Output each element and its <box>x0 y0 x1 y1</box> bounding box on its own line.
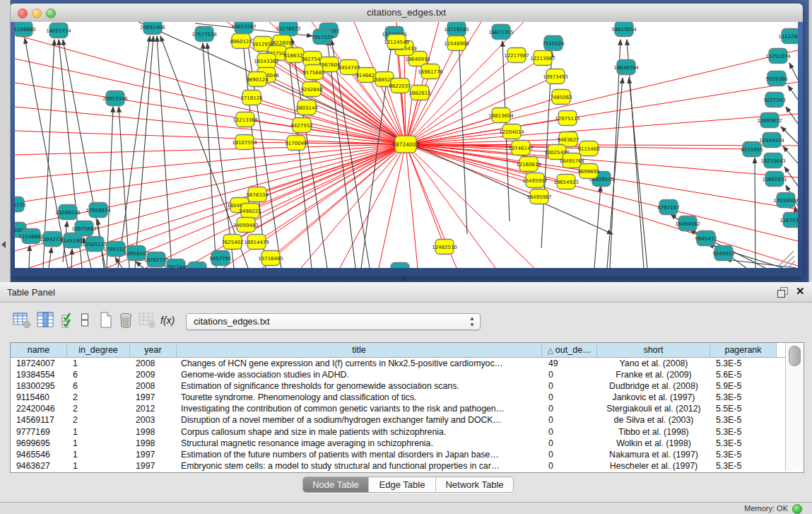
graph-node[interactable]: 6797197 <box>657 200 679 215</box>
graph-node[interactable]: 7957224 <box>311 30 334 45</box>
table-mode-button[interactable] <box>13 312 31 329</box>
graph-node[interactable]: 9329366 <box>765 71 788 86</box>
graph-node-selected[interactable]: 5878334 <box>246 187 269 202</box>
table-row[interactable]: 1456911722003Disruption of a novel membe… <box>11 414 785 426</box>
column-header-out_de…[interactable]: △out_de… <box>542 343 597 358</box>
graph-node[interactable]: 58813054 <box>611 22 637 37</box>
graph-node[interactable]: 15276072 <box>276 22 301 36</box>
column-header-year[interactable]: year <box>130 343 177 358</box>
graph-node-selected[interactable]: 12204014 <box>499 124 524 139</box>
graph-node[interactable]: 12923448 <box>184 262 210 269</box>
delete-column-button[interactable] <box>118 312 134 329</box>
graph-node-selected[interactable]: 11548908 <box>444 36 469 51</box>
graph-node-selected[interactable]: 18107554 <box>232 135 257 150</box>
graph-node-selected[interactable]: 9170046 <box>285 136 307 151</box>
graph-node-selected[interactable]: 10973493 <box>543 69 568 84</box>
graph-node-selected[interactable]: 2803144 <box>295 100 318 115</box>
graph-node-selected[interactable]: 9242848 <box>300 82 322 97</box>
graph-node-selected[interactable]: 15716485 <box>258 251 283 266</box>
citation-network-graph[interactable]: 1115688014055724206914061757753810653267… <box>15 22 798 268</box>
window-titlebar[interactable]: citations_edges.txt <box>10 4 803 23</box>
table-row[interactable]: 2242004622012Investigating the contribut… <box>11 403 785 414</box>
table-row[interactable]: 977716911998Corpus callosum shape and si… <box>11 426 785 438</box>
graph-node-selected[interactable]: 15495957 <box>522 173 548 188</box>
graph-node[interactable]: 11156880 <box>15 22 36 37</box>
graph-node[interactable]: 9245012 <box>712 246 734 261</box>
graph-node[interactable]: 9945412 <box>695 231 717 246</box>
column-header-name[interactable]: name <box>11 343 67 358</box>
graph-node-selected[interactable]: 16813604 <box>488 108 514 123</box>
table-select-combobox[interactable]: citations_edges.txt ▲▼ <box>186 313 481 330</box>
table-row[interactable]: 1830029562008Estimation of significance … <box>11 380 785 392</box>
panel-collapse-handle[interactable] <box>1 241 6 248</box>
column-header-title[interactable]: title <box>177 343 542 358</box>
graph-node-selected[interactable]: 10746147 <box>508 141 534 156</box>
graph-node[interactable]: 16210643 <box>760 153 786 168</box>
graph-node-selected[interactable]: 18495967 <box>526 189 552 204</box>
network-canvas[interactable]: 1115688014055724206914061757753810653267… <box>15 22 798 268</box>
graph-node[interactable]: 10653267 <box>231 22 257 34</box>
graph-node[interactable]: 9457791 <box>209 251 231 266</box>
graph-node[interactable]: 20206526 <box>55 205 81 220</box>
table-row[interactable]: 911546021997Tourette syndrome. Phenomeno… <box>11 392 785 403</box>
graph-node-selected[interactable]: 12217987 <box>504 48 529 63</box>
vertical-scrollbar[interactable] <box>785 343 803 471</box>
graph-node[interactable]: 12444154 <box>759 133 784 148</box>
graph-node[interactable]: 11675333 <box>779 213 798 228</box>
graph-node-selected[interactable]: 9699695 <box>577 164 599 179</box>
graph-node-selected[interactable]: 2718126 <box>240 90 263 105</box>
graph-node[interactable]: 16648784 <box>613 60 639 75</box>
graph-node[interactable]: 16494562 <box>675 216 700 231</box>
graph-node-selected[interactable]: 12975115 <box>555 111 580 126</box>
graph-node-selected[interactable]: 16961776 <box>418 64 443 79</box>
resize-grip[interactable] <box>779 251 794 265</box>
graph-node-selected[interactable]: 9175685 <box>302 65 324 80</box>
graph-node-selected[interactable]: 9822037 <box>389 78 411 93</box>
column-header-in_degree[interactable]: in_degree <box>67 343 130 358</box>
column-header-short[interactable]: short <box>597 343 710 358</box>
table-row[interactable]: 946362711997Embryonic stem cells: a mode… <box>11 460 785 472</box>
graph-node[interactable]: 20953346 <box>102 91 128 106</box>
graph-node[interactable]: 20691406 <box>140 22 165 35</box>
graph-node-selected[interactable]: 8427552 <box>290 118 312 133</box>
show-columns-button[interactable] <box>37 312 55 329</box>
column-header-pagerank[interactable]: pagerank <box>710 343 777 358</box>
graph-node-selected[interactable]: 19654923 <box>553 175 579 189</box>
table-row[interactable]: 946554611997Estimation of the future num… <box>11 449 785 460</box>
graph-hub-node[interactable]: 18724007 <box>392 136 419 153</box>
graph-node-selected[interactable]: 16543362 <box>254 54 279 69</box>
graph-node[interactable]: 9227343 <box>763 93 785 107</box>
delete-table-button[interactable] <box>139 312 155 329</box>
split-pane-divider-handle[interactable] <box>401 278 405 281</box>
graph-node-selected[interactable]: 1862615 <box>408 86 430 100</box>
float-panel-button[interactable] <box>777 287 788 297</box>
graph-node-selected[interactable]: 9890124 <box>246 72 269 87</box>
graph-node[interactable]: 12093872 <box>757 113 782 128</box>
graph-node[interactable]: 17577538 <box>192 27 217 42</box>
graph-node-selected[interactable]: 12213967 <box>530 51 555 66</box>
graph-node-selected[interactable]: 16914479 <box>244 235 269 250</box>
graph-node[interactable]: 15692931 <box>762 172 787 187</box>
graph-node-selected[interactable]: 8960124 <box>230 34 252 49</box>
function-builder-button[interactable]: f(x) <box>160 315 175 326</box>
graph-node[interactable]: 16671355 <box>488 25 514 40</box>
graph-node-selected[interactable]: 7625402 <box>221 235 243 250</box>
graph-node-selected[interactable]: 7485063 <box>550 90 572 105</box>
table-row[interactable]: 1872400712008Changes of HCN gene express… <box>11 358 785 369</box>
graph-node[interactable]: 7515526 <box>542 36 565 51</box>
graph-node-selected[interactable]: 12124549 <box>384 35 409 49</box>
tab-network-table[interactable]: Network Table <box>436 477 513 492</box>
graph-node[interactable]: 17959924 <box>86 203 111 218</box>
graph-node[interactable]: 17016504 <box>773 193 798 208</box>
table-row[interactable]: 1938455462009Genome-wide association stu… <box>11 369 785 380</box>
create-column-button[interactable] <box>99 312 113 329</box>
graph-node[interactable]: 15122866 <box>778 29 798 44</box>
close-panel-button[interactable]: ✕ <box>796 285 805 298</box>
scrollbar-thumb[interactable] <box>789 346 801 366</box>
graph-node-selected[interactable]: 9115460 <box>577 141 599 156</box>
graph-node[interactable]: 9845422 <box>389 263 411 269</box>
graph-node-selected[interactable]: 14099483 <box>233 218 259 233</box>
graph-node[interactable]: 5505135 <box>15 197 26 212</box>
network-view-window[interactable]: citations_edges.txt 11156880140557242069… <box>10 4 803 276</box>
graph-node[interactable]: 8215955 <box>741 142 763 157</box>
